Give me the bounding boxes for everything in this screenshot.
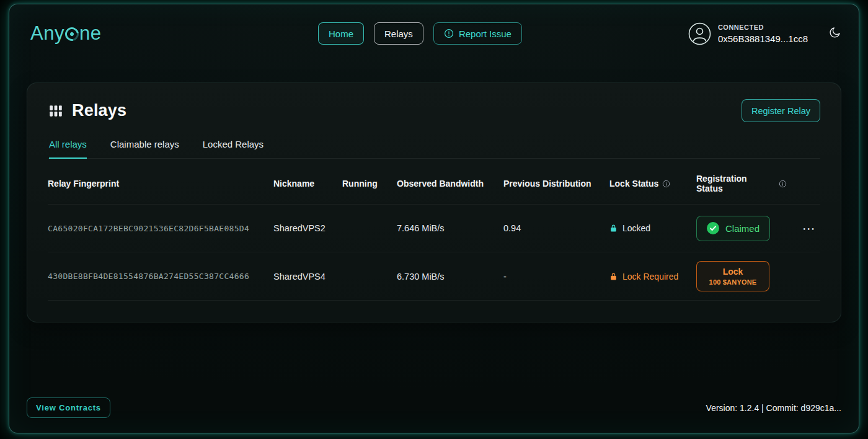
nav-home-button[interactable]: Home [318, 22, 364, 45]
moon-icon [828, 26, 841, 41]
page-footer: View Contracts Version: 1.2.4 | Commit: … [27, 397, 841, 433]
claimed-button[interactable]: Claimed [696, 216, 770, 241]
wallet-button[interactable]: CONNECTED 0x56B3881349...1cc8 [688, 22, 808, 45]
lock-button-amount: 100 $ANYONE [709, 278, 757, 286]
wallet-connection-status: CONNECTED [718, 24, 808, 31]
tab-all-relays[interactable]: All relays [49, 139, 87, 159]
registration-status-info-icon[interactable] [779, 180, 787, 188]
theme-toggle-button[interactable] [828, 26, 841, 41]
register-relay-button[interactable]: Register Relay [742, 99, 820, 122]
col-header-observed-bandwidth: Observed Bandwidth [397, 179, 503, 188]
col-header-lock-status: Lock Status [609, 179, 696, 188]
nav-right: CONNECTED 0x56B3881349...1cc8 [688, 22, 841, 45]
relay-table-header: Relay Fingerprint Nickname Running Obser… [48, 159, 820, 205]
lock-icon [609, 272, 618, 281]
lock-status-label: Locked [622, 223, 650, 233]
relay-fingerprint: CA65020FCA172BEBC9021536EC82D6F5BAE085D4 [48, 224, 273, 233]
logo-text-pre: Any [30, 22, 64, 45]
lock-status-cell: Locked [609, 223, 696, 233]
previous-distribution: 0.94 [503, 223, 609, 233]
col-header-nickname: Nickname [273, 179, 342, 188]
table-row: 430DBE8BFB4DE81554876BA274ED55C387CC4666… [48, 252, 820, 301]
nav-links: Home Relays Report Issue [318, 22, 522, 45]
claimed-label: Claimed [725, 223, 760, 234]
observed-bandwidth: 7.646 MiB/s [397, 223, 503, 233]
page-title: Relays [72, 101, 126, 120]
report-issue-button[interactable]: Report Issue [433, 22, 522, 45]
report-issue-icon [444, 29, 454, 38]
row-actions: ⋯ [787, 221, 820, 236]
relays-card: Relays Register Relay All relays Claimab… [27, 82, 841, 322]
lock-icon [609, 224, 618, 233]
col-header-running: Running [342, 179, 397, 188]
lock-status-cell: Lock Required [609, 272, 696, 282]
check-circle-icon [707, 222, 719, 234]
relay-fingerprint: 430DBE8BFB4DE81554876BA274ED55C387CC4666 [48, 272, 273, 281]
tab-claimable-relays[interactable]: Claimable relays [110, 139, 179, 158]
table-row: CA65020FCA172BEBC9021536EC82D6F5BAE085D4… [48, 205, 820, 252]
relay-nickname: SharedVPS2 [273, 223, 342, 233]
col-header-relay-fingerprint: Relay Fingerprint [48, 179, 273, 188]
lock-status-header-label: Lock Status [609, 179, 658, 188]
lock-relay-button[interactable]: Lock 100 $ANYONE [696, 261, 769, 291]
col-header-registration-status: Registration Status [696, 174, 787, 193]
account-avatar-icon [688, 22, 711, 45]
previous-distribution: - [503, 272, 609, 282]
relay-tabs: All relays Claimable relays Locked Relay… [48, 139, 820, 159]
view-contracts-button[interactable]: View Contracts [27, 397, 110, 418]
col-header-previous-distribution: Previous Distribution [503, 179, 609, 188]
relays-card-header: Relays Register Relay [48, 99, 820, 122]
version-info: Version: 1.2.4 | Commit: d929c1a... [706, 403, 841, 413]
more-options-button[interactable]: ⋯ [799, 221, 820, 236]
navbar: Anyne Home Relays Report Issue [27, 4, 841, 63]
registration-status-cell: Lock 100 $ANYONE [696, 261, 787, 291]
tab-locked-relays[interactable]: Locked Relays [203, 139, 264, 158]
relay-nickname: SharedVPS4 [273, 272, 342, 282]
app-page: Anyne Home Relays Report Issue [9, 4, 859, 433]
lock-status-label: Lock Required [622, 272, 678, 282]
lock-status-info-icon[interactable] [662, 180, 670, 188]
logo-text-post: ne [79, 22, 101, 45]
report-issue-label: Report Issue [459, 29, 512, 39]
wallet-address: 0x56B3881349...1cc8 [718, 33, 808, 44]
running-cell [342, 271, 397, 282]
observed-bandwidth: 6.730 MiB/s [397, 272, 503, 282]
wallet-info: CONNECTED 0x56B3881349...1cc8 [718, 24, 808, 44]
lock-button-label: Lock [723, 267, 743, 277]
running-cell [342, 223, 397, 234]
logo-o-icon [63, 25, 82, 44]
nav-relays-button[interactable]: Relays [374, 22, 423, 45]
anyone-logo[interactable]: Anyne [30, 22, 101, 45]
grid-icon [48, 103, 64, 119]
registration-status-header-label: Registration Status [696, 174, 775, 193]
registration-status-cell: Claimed [696, 216, 787, 241]
title-group: Relays [48, 101, 126, 120]
